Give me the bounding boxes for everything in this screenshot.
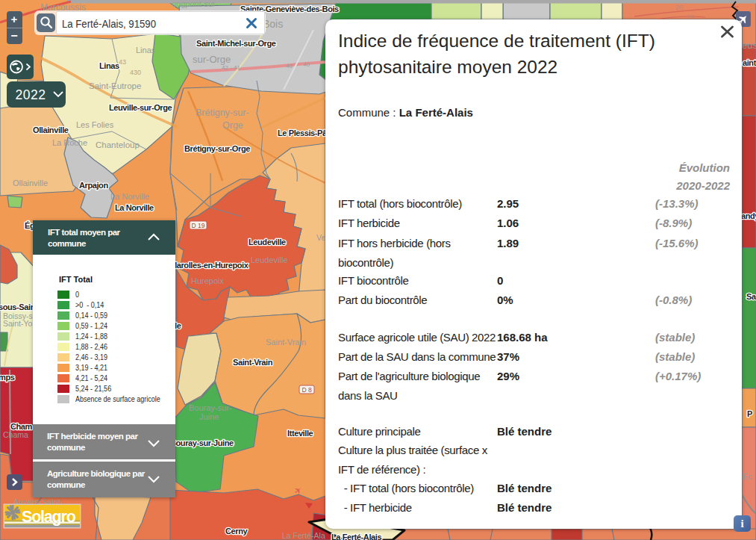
svg-text:Sa: Sa: [746, 292, 756, 301]
svg-text:Arpajon: Arpajon: [79, 181, 108, 190]
svg-text:Juine: Juine: [199, 412, 219, 421]
svg-text:42 - 41: 42 - 41: [222, 64, 240, 71]
svg-text:Leudeville: Leudeville: [249, 238, 286, 246]
svg-text:Marolles-en-Hurepoix: Marolles-en-Hurepoix: [170, 261, 249, 270]
svg-text:Ollainville: Ollainville: [33, 125, 69, 134]
svg-text:Orge: Orge: [222, 120, 243, 131]
svg-text:sur-Orge: sur-Orge: [193, 54, 231, 65]
svg-text:43: 43: [119, 58, 126, 66]
svg-text:La Roche: La Roche: [52, 138, 87, 147]
svg-text:Ollainville: Ollainville: [13, 179, 48, 187]
svg-text:Bouray-sur-: Bouray-sur-: [189, 403, 232, 412]
svg-text:Bois: Bois: [263, 18, 283, 30]
svg-text:D 8: D 8: [302, 386, 312, 394]
svg-text:Linas: Linas: [136, 46, 156, 55]
svg-text:La Ferté-Ala: La Ferté-Ala: [282, 531, 325, 540]
svg-text:Saint-Michel-sur-Orge: Saint-Michel-sur-Orge: [196, 39, 276, 48]
svg-text:Cerny: Cerny: [225, 527, 248, 536]
svg-text:Leuville-sur-Orge: Leuville-sur-Orge: [109, 103, 172, 112]
svg-text:40: 40: [286, 63, 293, 69]
svg-text:Saint-Vrain: Saint-Vrain: [233, 358, 273, 367]
svg-text:Itteville: Itteville: [287, 429, 313, 438]
svg-text:Hurepoix: Hurepoix: [191, 276, 225, 285]
svg-text:Saint-Vrain: Saint-Vrain: [266, 338, 306, 347]
svg-text:Saint-Yo: Saint-Yo: [3, 319, 32, 328]
svg-text:430: 430: [130, 69, 141, 76]
svg-text:La Ferté-Alais: La Ferté-Alais: [331, 533, 381, 540]
svg-text:La Norville: La Norville: [110, 192, 149, 201]
svg-text:ongpont-sur-: ongpont-sur-: [172, 0, 219, 8]
svg-text:mps: mps: [0, 373, 15, 382]
svg-text:Leudeville: Leudeville: [251, 255, 288, 264]
svg-text:andy: andy: [741, 211, 756, 220]
svg-text:40: 40: [303, 61, 310, 68]
svg-text:Chanteloup: Chanteloup: [96, 140, 140, 149]
svg-text:sous-Sain: sous-Sain: [0, 302, 36, 311]
svg-text:Brétigny-sur-Orge: Brétigny-sur-Orge: [184, 144, 250, 153]
svg-text:P: P: [747, 409, 752, 418]
svg-text:Brétigny-sur-: Brétigny-sur-: [196, 108, 249, 118]
svg-text:Cham: Cham: [10, 422, 33, 431]
svg-text:eus: eus: [742, 40, 756, 51]
svg-text:Bouray-sur-Juine: Bouray-sur-Juine: [170, 438, 234, 447]
svg-text:Solagro: Solagro: [22, 508, 76, 526]
svg-text:Linas: Linas: [99, 61, 119, 70]
svg-text:26: 26: [675, 4, 683, 11]
svg-text:Les Folies: Les Folies: [76, 120, 114, 129]
svg-text:aint: aint: [743, 58, 756, 67]
svg-text:La Norville: La Norville: [115, 203, 154, 212]
svg-text:Saint-Eutrope: Saint-Eutrope: [89, 81, 141, 90]
svg-text:D 19: D 19: [192, 222, 205, 229]
svg-text:Chama: Chama: [3, 430, 28, 439]
